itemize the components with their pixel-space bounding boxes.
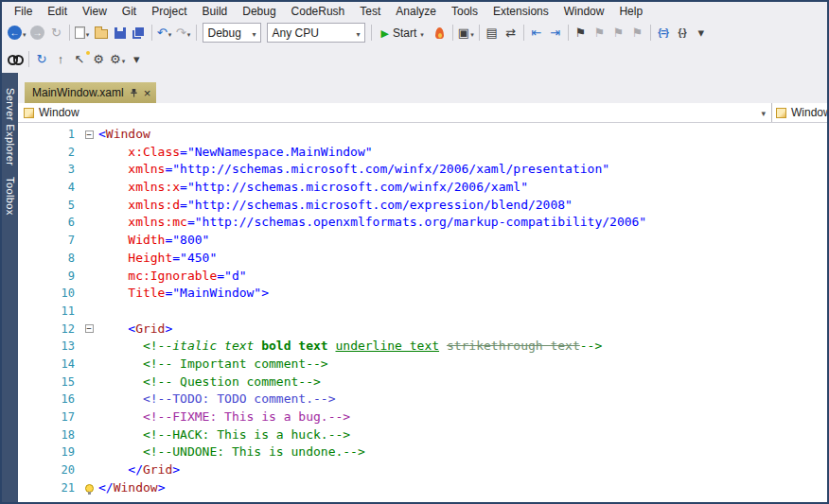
save-all-icon[interactable] bbox=[130, 23, 149, 43]
refresh-icon[interactable]: ↻ bbox=[32, 49, 51, 70]
recent-locations-icon[interactable]: ↻ bbox=[47, 23, 66, 43]
code-text: <Window bbox=[98, 126, 150, 144]
toolbar-overflow-icon: ▾ bbox=[133, 53, 140, 65]
redo-icon[interactable]: ↷ bbox=[174, 23, 193, 43]
new-file-icon bbox=[75, 26, 85, 39]
save-icon[interactable] bbox=[111, 23, 130, 43]
solution-platform-combo[interactable]: Any CPU bbox=[267, 23, 365, 43]
menu-build[interactable]: Build bbox=[195, 2, 236, 20]
code-line-19[interactable]: 19 <!--UNDONE: This is undone.--> bbox=[18, 443, 827, 461]
line-number: 11 bbox=[18, 303, 79, 321]
code-line-13[interactable]: 13 <!--italic text bold text underline t… bbox=[18, 338, 827, 356]
coderush-spectacles-icon[interactable] bbox=[6, 49, 26, 70]
lightbulb-icon[interactable] bbox=[85, 484, 94, 493]
navigate-code-icon[interactable]: ⇄ bbox=[502, 23, 520, 43]
element-dropdown[interactable]: Window bbox=[18, 103, 771, 122]
toolbar-separator bbox=[452, 25, 453, 41]
close-icon[interactable]: × bbox=[144, 87, 151, 99]
toggle-bookmark-icon[interactable]: ⚑ bbox=[572, 23, 591, 43]
coderush-spectacles-icon bbox=[8, 55, 24, 63]
menu-debug[interactable]: Debug bbox=[235, 2, 283, 20]
undo-icon[interactable]: ↶ bbox=[155, 23, 174, 43]
pin-icon[interactable] bbox=[130, 88, 138, 98]
hot-reload-icon[interactable] bbox=[431, 23, 450, 43]
document-tab-mainwindow[interactable]: MainWindow.xaml × bbox=[25, 82, 156, 103]
fold-margin bbox=[79, 408, 98, 426]
navigate-up-icon[interactable]: ↑ bbox=[51, 49, 70, 70]
menu-edit[interactable]: Edit bbox=[40, 2, 75, 20]
side-tab-toolbox[interactable]: Toolbox bbox=[5, 177, 16, 216]
new-file-icon[interactable] bbox=[73, 23, 92, 43]
secondary-element-dropdown[interactable]: Window bbox=[772, 103, 827, 122]
code-line-3[interactable]: 3 xmlns="http://schemas.microsoft.com/wi… bbox=[18, 161, 827, 179]
code-line-12[interactable]: 12− <Grid> bbox=[18, 321, 827, 339]
coderush-options-gear-icon[interactable]: ⚙ bbox=[108, 49, 127, 70]
toolbar-separator bbox=[69, 25, 70, 41]
menu-extensions[interactable]: Extensions bbox=[485, 2, 556, 20]
decrease-indent-icon[interactable]: ⇤ bbox=[527, 23, 546, 43]
menu-test[interactable]: Test bbox=[352, 2, 388, 20]
increase-indent-icon[interactable]: ⇥ bbox=[546, 23, 565, 43]
fold-margin bbox=[79, 374, 98, 391]
code-text: <!--FIXME: This is a bug.--> bbox=[98, 408, 350, 426]
code-line-2[interactable]: 2 x:Class="NewNamespace.MainWindow" bbox=[18, 144, 827, 162]
code-line-6[interactable]: 6 xmlns:mc="http://schemas.openxmlformat… bbox=[18, 214, 827, 232]
toolbar-overflow-icon[interactable]: ▾ bbox=[692, 23, 711, 43]
fold-margin bbox=[79, 179, 98, 197]
side-tab-server-explorer[interactable]: Server Explorer bbox=[5, 88, 16, 165]
comment-selection-icon[interactable]: {=} bbox=[654, 23, 673, 43]
code-line-7[interactable]: 7 Width="800" bbox=[18, 232, 827, 250]
code-line-8[interactable]: 8 Height="450" bbox=[18, 250, 827, 268]
start-debugging-button[interactable]: Start bbox=[375, 23, 431, 43]
fold-margin bbox=[79, 285, 98, 303]
menu-view[interactable]: View bbox=[75, 2, 115, 20]
navigate-back-icon[interactable]: ← bbox=[6, 23, 28, 43]
code-line-5[interactable]: 5 xmlns:d="http://schemas.microsoft.com/… bbox=[18, 197, 827, 215]
fold-margin bbox=[79, 144, 98, 162]
menu-help[interactable]: Help bbox=[611, 2, 650, 20]
open-file-icon[interactable] bbox=[92, 23, 111, 43]
fold-margin bbox=[79, 214, 98, 232]
fold-margin bbox=[79, 426, 98, 444]
live-preview-icon[interactable]: ▣ bbox=[456, 23, 476, 43]
code-editor[interactable]: 1−<Window2 x:Class="NewNamespace.MainWin… bbox=[18, 123, 827, 502]
solution-configuration-combo[interactable]: Debug bbox=[203, 23, 261, 43]
line-number: 14 bbox=[18, 356, 79, 374]
navigate-forward-icon[interactable]: → bbox=[28, 23, 47, 43]
menu-file[interactable]: File bbox=[7, 2, 40, 20]
code-line-1[interactable]: 1−<Window bbox=[18, 126, 827, 144]
menu-project[interactable]: Project bbox=[144, 2, 194, 20]
code-line-14[interactable]: 14 <!-- Important comment--> bbox=[18, 356, 827, 374]
code-text: xmlns="http://schemas.microsoft.com/winf… bbox=[98, 161, 609, 179]
code-text: <!--TODO: TODO comment.--> bbox=[98, 391, 335, 408]
code-line-18[interactable]: 18 <!--HACK: This is a huck.--> bbox=[18, 426, 827, 444]
code-line-16[interactable]: 16 <!--TODO: TODO comment.--> bbox=[18, 391, 827, 408]
code-line-17[interactable]: 17 <!--FIXME: This is a bug.--> bbox=[18, 408, 827, 426]
code-line-4[interactable]: 4 xmlns:x="http://schemas.microsoft.com/… bbox=[18, 179, 827, 197]
menu-window[interactable]: Window bbox=[556, 2, 612, 20]
uncomment-selection-icon[interactable]: {-} bbox=[673, 23, 692, 43]
menu-tools[interactable]: Tools bbox=[444, 2, 485, 20]
smart-cursor-icon[interactable]: ↖ bbox=[70, 49, 89, 70]
code-line-9[interactable]: 9 mc:Ignorable="d" bbox=[18, 268, 827, 286]
coderush-options-gear-icon: ⚙ bbox=[110, 53, 121, 65]
next-bookmark-icon[interactable]: ⚑ bbox=[609, 23, 628, 43]
open-file-icon bbox=[95, 29, 108, 39]
collapse-icon[interactable]: − bbox=[85, 324, 94, 333]
settings-gear-icon[interactable]: ⚙ bbox=[89, 49, 108, 70]
code-line-11[interactable]: 11 bbox=[18, 303, 827, 321]
previous-bookmark-icon[interactable]: ⚑ bbox=[591, 23, 609, 43]
code-line-20[interactable]: 20 </Grid> bbox=[18, 461, 827, 479]
menu-git[interactable]: Git bbox=[115, 2, 144, 20]
menu-coderush[interactable]: CodeRush bbox=[284, 2, 353, 20]
code-line-10[interactable]: 10 Title="MainWindow"> bbox=[18, 285, 827, 303]
redo-icon: ↷ bbox=[176, 26, 186, 39]
collapse-icon[interactable]: − bbox=[85, 130, 94, 139]
clear-bookmarks-icon[interactable]: ⚑ bbox=[628, 23, 647, 43]
code-line-21[interactable]: 21</Window> bbox=[18, 479, 827, 497]
toolbar-overflow-icon[interactable]: ▾ bbox=[127, 49, 146, 70]
save-icon bbox=[115, 27, 126, 39]
find-in-files-icon[interactable]: ▤ bbox=[483, 23, 502, 43]
menu-analyze[interactable]: Analyze bbox=[388, 2, 444, 20]
code-line-15[interactable]: 15 <!-- Question comment--> bbox=[18, 374, 827, 391]
